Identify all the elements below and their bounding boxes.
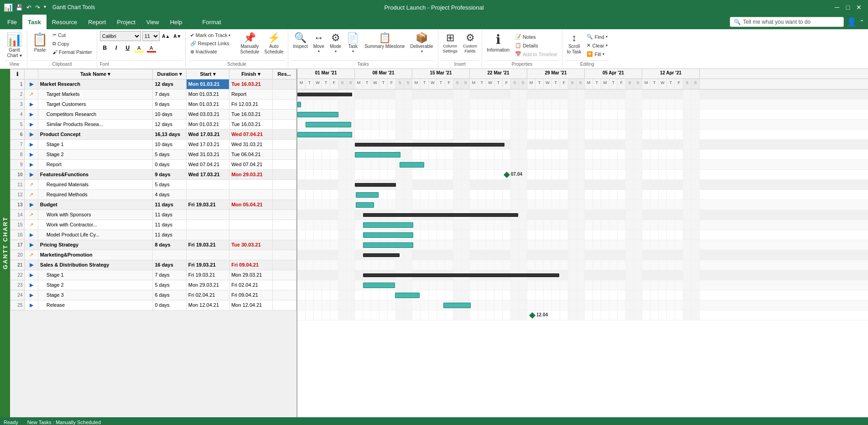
row-duration[interactable]: 16,13 days — [153, 129, 186, 139]
row-name[interactable]: Required Materials — [38, 179, 153, 189]
row-name[interactable]: Marketing&Promotion — [38, 250, 153, 260]
row-start[interactable]: Fri 19.03.21 — [186, 270, 229, 280]
minimize-button[interactable]: ─ — [832, 2, 842, 13]
row-name[interactable]: Product Concept — [38, 129, 153, 139]
tab-project[interactable]: Project — [111, 15, 140, 29]
row-duration[interactable]: 7 days — [153, 270, 186, 280]
mark-on-track-button[interactable]: ✔ Mark on Track ▾ — [188, 31, 233, 39]
row-finish[interactable]: Tue 06.04.21 — [229, 149, 272, 159]
table-row[interactable]: 2↗Target Markets7 daysMon 01.03.21Report — [10, 89, 296, 99]
row-start[interactable]: Wed 17.03.21 — [186, 139, 229, 149]
table-row[interactable]: 5▶Similar Products Resea...12 daysMon 01… — [10, 119, 296, 129]
add-timeline-button[interactable]: 📅 Add to Timeline — [513, 50, 559, 58]
tab-report[interactable]: Report — [83, 15, 111, 29]
tab-task[interactable]: Task — [22, 15, 47, 29]
row-start[interactable]: Mon 01.03.21 — [186, 79, 229, 89]
row-start[interactable]: Wed 17.03.21 — [186, 129, 229, 139]
table-row[interactable]: 4▶Competitors Research10 daysWed 03.03.2… — [10, 109, 296, 119]
auto-schedule-button[interactable]: ⚡ AutoSchedule — [262, 31, 285, 56]
table-row[interactable]: 15↗Work with Contractor...11 days — [10, 220, 296, 230]
row-name[interactable]: Sales & Distribution Strategy — [38, 260, 153, 270]
format-painter-button[interactable]: 🖌 Format Painter — [51, 48, 94, 56]
task-button[interactable]: 📄 Task ▾ — [345, 31, 361, 55]
row-name[interactable]: Market Research — [38, 79, 153, 89]
table-row[interactable]: 10▶Features&Functions9 daysWed 17.03.21M… — [10, 169, 296, 179]
row-duration[interactable]: 11 days — [153, 230, 186, 240]
row-finish[interactable] — [229, 210, 272, 220]
row-start[interactable]: Wed 03.03.21 — [186, 109, 229, 119]
row-name[interactable]: Release — [38, 300, 153, 310]
row-duration[interactable]: 0 days — [153, 300, 186, 310]
table-row[interactable]: 14↗Work with Sponsors11 days — [10, 210, 296, 220]
font-family-select[interactable]: Calibri — [100, 31, 141, 41]
table-row[interactable]: 12↗Required Methods4 days — [10, 189, 296, 199]
quick-redo[interactable]: ↷ — [35, 4, 40, 11]
th-finish[interactable]: Finish ▾ — [229, 69, 272, 79]
row-finish[interactable]: Tue 16.03.21 — [229, 119, 272, 129]
row-duration[interactable]: 8 days — [153, 240, 186, 250]
row-finish[interactable]: Tue 30.03.21 — [229, 240, 272, 250]
inspect-button[interactable]: 🔍 Inspect — [291, 31, 309, 50]
row-name[interactable]: Required Methods — [38, 189, 153, 199]
quick-undo[interactable]: ↶ — [26, 4, 31, 11]
row-duration[interactable]: 10 days — [153, 109, 186, 119]
row-start[interactable]: Fri 02.04.21 — [186, 290, 229, 300]
tab-view[interactable]: View — [141, 15, 165, 29]
font-color-button[interactable]: A — [146, 43, 156, 53]
row-name[interactable]: Similar Products Resea... — [38, 119, 153, 129]
tab-file[interactable]: File — [2, 15, 22, 29]
table-row[interactable]: 16▶Model Product Life Cy...11 days — [10, 230, 296, 240]
row-duration[interactable]: 4 days — [153, 189, 186, 199]
ribbon-toggle[interactable]: ⌃ — [859, 19, 864, 26]
table-row[interactable]: 21▶Sales & Distribution Strategy16 daysF… — [10, 260, 296, 270]
row-duration[interactable]: 16 days — [153, 260, 186, 270]
row-finish[interactable]: Report — [229, 89, 272, 99]
row-finish[interactable] — [229, 220, 272, 230]
row-name[interactable]: Budget — [38, 199, 153, 210]
close-button[interactable]: ✕ — [853, 2, 864, 13]
row-start[interactable] — [186, 179, 229, 189]
table-row[interactable]: 9▶Report0 daysWed 07.04.21Wed 07.04.21 — [10, 159, 296, 169]
tab-resource[interactable]: Resource — [47, 15, 83, 29]
deliverable-button[interactable]: 📦 Deliverable ▾ — [409, 31, 435, 55]
row-duration[interactable]: 9 days — [153, 169, 186, 179]
row-finish[interactable]: Tue 16.03.21 — [229, 109, 272, 119]
row-finish[interactable]: Tue 16.03.21 — [229, 79, 272, 89]
row-finish[interactable] — [229, 230, 272, 240]
notes-button[interactable]: 📝 Notes — [513, 33, 559, 41]
gantt-chart-button[interactable]: 📊 GanttChart ▾ — [5, 31, 24, 59]
row-duration[interactable]: 12 days — [153, 79, 186, 89]
tab-format[interactable]: Format — [197, 15, 226, 29]
row-name[interactable]: Stage 3 — [38, 290, 153, 300]
row-duration[interactable]: 5 days — [153, 149, 186, 159]
table-row[interactable]: 1▶Market Research12 daysMon 01.03.21Tue … — [10, 79, 296, 89]
row-start[interactable]: Mon 01.03.21 — [186, 99, 229, 109]
fill-button[interactable]: 🔽 Fill ▾ — [585, 50, 609, 58]
row-duration[interactable]: 12 days — [153, 119, 186, 129]
copy-button[interactable]: ⧉ Copy — [51, 40, 94, 47]
row-name[interactable]: Work with Contractor... — [38, 220, 153, 230]
paste-button[interactable]: 📋 Paste — [30, 31, 50, 54]
row-duration[interactable]: 11 days — [153, 210, 186, 220]
row-finish[interactable] — [229, 189, 272, 199]
row-start[interactable]: Mon 29.03.21 — [186, 280, 229, 290]
row-start[interactable] — [186, 250, 229, 260]
table-row[interactable]: 22▶Stage 17 daysFri 19.03.21Mon 29.03.21 — [10, 270, 296, 280]
row-name[interactable]: Model Product Life Cy... — [38, 230, 153, 240]
tell-me-input[interactable]: 🔍 Tell me what you want to do — [730, 17, 844, 27]
row-finish[interactable]: Mon 29.03.21 — [229, 270, 272, 280]
row-name[interactable]: Competitors Research — [38, 109, 153, 119]
clear-button[interactable]: ✕ Clear ▾ — [585, 42, 609, 49]
row-name[interactable]: Report — [38, 159, 153, 169]
row-duration[interactable]: 6 days — [153, 290, 186, 300]
row-duration[interactable]: 5 days — [153, 280, 186, 290]
row-start[interactable]: Mon 01.03.21 — [186, 89, 229, 99]
inactivate-button[interactable]: ⊗ Inactivate — [188, 48, 233, 56]
row-finish[interactable]: Fri 12.03.21 — [229, 99, 272, 109]
row-name[interactable]: Target Markets — [38, 89, 153, 99]
insert-col-button[interactable]: ⊞ ColumnSettings — [441, 31, 460, 55]
row-duration[interactable]: 7 days — [153, 89, 186, 99]
row-start[interactable]: Wed 07.04.21 — [186, 159, 229, 169]
row-finish[interactable]: Wed 07.04.21 — [229, 159, 272, 169]
table-row[interactable]: 20↗Marketing&Promotion — [10, 250, 296, 260]
